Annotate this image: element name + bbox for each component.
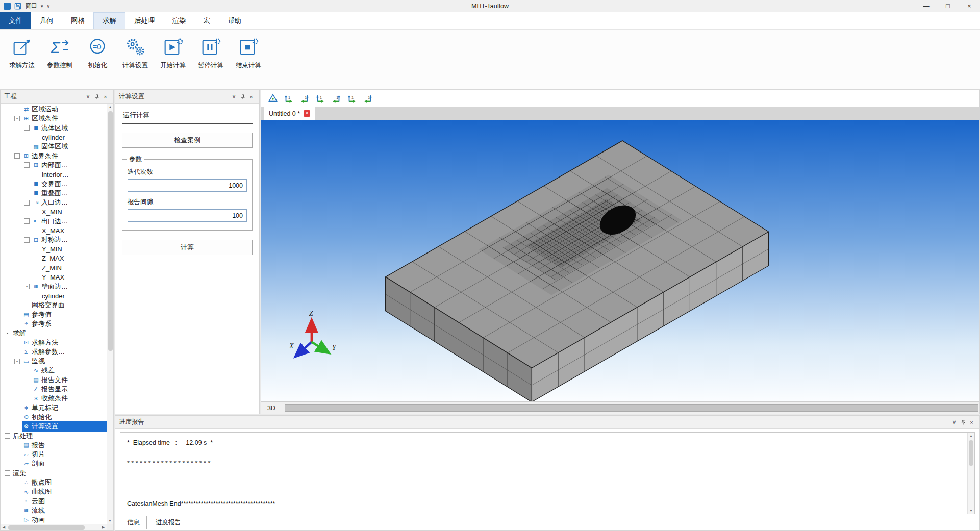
quick-access-customize-icon[interactable]: ∨ bbox=[47, 4, 51, 9]
tree-item-solid-region[interactable]: ▩固体区域 bbox=[1, 142, 107, 151]
collapse-icon[interactable]: - bbox=[24, 162, 30, 168]
progress-log[interactable]: * Elapsed time : 12.09 s * * * * * * * *… bbox=[120, 432, 975, 514]
tree-item-slice[interactable]: ▱切片 bbox=[1, 450, 107, 459]
tree-item-convergence[interactable]: ∗收敛条件 bbox=[1, 394, 107, 403]
pin-icon[interactable] bbox=[238, 94, 247, 99]
collapse-icon[interactable]: - bbox=[24, 284, 30, 289]
collapse-icon[interactable]: - bbox=[5, 331, 10, 336]
tree-item-inlet-boundary[interactable]: -⇥入口边… bbox=[1, 198, 107, 207]
tree-item-solve-method[interactable]: ⊡求解方法 bbox=[1, 338, 107, 347]
collapse-icon[interactable]: - bbox=[14, 116, 20, 121]
menu-render[interactable]: 渲染 bbox=[164, 12, 195, 29]
collapse-icon[interactable]: - bbox=[24, 200, 30, 206]
chevron-down-icon[interactable]: ∨ bbox=[84, 93, 92, 100]
tree-item-boundary-conditions[interactable]: -⊞边界条件 bbox=[1, 151, 107, 160]
fit-view-icon[interactable] bbox=[267, 93, 279, 104]
initialize-button[interactable]: =0 初始化 bbox=[81, 35, 114, 89]
view-y-plus-icon[interactable]: 1 bbox=[315, 93, 326, 104]
maximize-button[interactable]: □ bbox=[937, 0, 959, 12]
report-interval-input[interactable] bbox=[128, 209, 247, 222]
tree-item-interior[interactable]: interior… bbox=[1, 170, 107, 179]
scroll-up-icon[interactable]: ▲ bbox=[107, 104, 114, 110]
tree-item-fluid-region[interactable]: -≣流体区域 bbox=[1, 123, 107, 133]
menu-file[interactable]: 文件 bbox=[0, 12, 31, 29]
tree-item-contour-plot[interactable]: ≈云图 bbox=[1, 496, 107, 505]
tab-info[interactable]: 信息 bbox=[120, 516, 147, 529]
tree-item-interior-face[interactable]: -⊞内部面… bbox=[1, 161, 107, 170]
scrollbar-thumb[interactable] bbox=[8, 525, 85, 530]
tree-item-wall-boundary[interactable]: -≋壁面边… bbox=[1, 282, 107, 291]
tree-item-cell-mark[interactable]: ∗单元标记 bbox=[1, 403, 107, 413]
viewport-canvas[interactable]: Z X Y bbox=[261, 120, 979, 401]
tree-horizontal-scrollbar[interactable]: ◀ ▶ bbox=[1, 524, 107, 530]
tree-item-residual[interactable]: ∿残差 bbox=[1, 366, 107, 375]
tree-item-section[interactable]: ▱剖面 bbox=[1, 459, 107, 468]
viewport-tab[interactable]: Untitled 0 * × bbox=[264, 107, 315, 120]
scroll-down-icon[interactable]: ▼ bbox=[968, 507, 974, 514]
tree-item-initialize[interactable]: ⊖初始化 bbox=[1, 413, 107, 422]
scrollbar-thumb[interactable] bbox=[108, 111, 113, 351]
collapse-icon[interactable]: - bbox=[5, 470, 10, 476]
scrollbar-thumb[interactable] bbox=[969, 440, 973, 466]
param-control-button[interactable]: Σ 参数控制 bbox=[43, 35, 77, 89]
scroll-left-icon[interactable]: ◀ bbox=[1, 524, 7, 531]
view-z-minus-icon[interactable]: -1 bbox=[362, 93, 373, 104]
close-icon[interactable]: × bbox=[101, 94, 110, 100]
tree-item-curve-plot[interactable]: ∿曲线图 bbox=[1, 487, 107, 496]
close-button[interactable]: × bbox=[959, 0, 980, 12]
window-menu-label[interactable]: 窗口 bbox=[25, 2, 37, 10]
pin-icon[interactable] bbox=[959, 420, 967, 425]
collapse-icon[interactable]: - bbox=[14, 359, 20, 364]
scroll-down-icon[interactable]: ▼ bbox=[107, 517, 113, 524]
chevron-down-icon[interactable]: ∨ bbox=[950, 419, 959, 425]
collapse-icon[interactable]: - bbox=[24, 125, 30, 131]
view-x-plus-icon[interactable]: 1 bbox=[283, 93, 294, 104]
collapse-icon[interactable]: - bbox=[24, 218, 30, 224]
collapse-icon[interactable]: - bbox=[5, 433, 10, 439]
log-vertical-scrollbar[interactable]: ▲ ▼ bbox=[967, 433, 974, 514]
chevron-down-icon[interactable]: ∨ bbox=[230, 93, 238, 100]
pause-calc-button[interactable]: 暂停计算 bbox=[194, 35, 228, 89]
menu-postprocess[interactable]: 后处理 bbox=[125, 12, 164, 29]
menu-solve[interactable]: 求解 bbox=[93, 12, 125, 29]
view-y-minus-icon[interactable]: -1 bbox=[331, 93, 342, 104]
tree-vertical-scrollbar-down[interactable]: ▼ bbox=[107, 517, 113, 524]
tree-item-scatter-plot[interactable]: ∴散点图 bbox=[1, 478, 107, 487]
tree-item-reference-values[interactable]: ▤参考值 bbox=[1, 310, 107, 319]
minimize-button[interactable]: — bbox=[916, 0, 937, 12]
tree-item-monitor[interactable]: -▭监视 bbox=[1, 357, 107, 366]
tree-item-region-conditions[interactable]: -⊞区域条件 bbox=[1, 114, 107, 123]
menu-macro[interactable]: 宏 bbox=[195, 12, 219, 29]
start-calc-button[interactable]: 开始计算 bbox=[156, 35, 190, 89]
tree-item-animation[interactable]: ▷动画 bbox=[1, 515, 107, 524]
view-z-plus-icon[interactable]: 1 bbox=[346, 93, 358, 104]
tree-item-y-min[interactable]: Y_MIN bbox=[1, 244, 107, 254]
tree-item-fluid-cylinder[interactable]: cylinder bbox=[1, 133, 107, 142]
tree-item-overlap-face[interactable]: ≣重叠面… bbox=[1, 189, 107, 198]
tab-close-icon[interactable]: × bbox=[304, 110, 310, 117]
tree-item-calc-settings[interactable]: ⚙计算设置 bbox=[1, 422, 107, 431]
close-icon[interactable]: × bbox=[967, 419, 976, 425]
calc-settings-button[interactable]: 计算设置 bbox=[118, 35, 152, 89]
tree-item-outlet-boundary[interactable]: -⇤出口边… bbox=[1, 217, 107, 226]
tree-item-z-min[interactable]: Z_MIN bbox=[1, 263, 107, 272]
check-case-button[interactable]: 检查案例 bbox=[122, 133, 253, 148]
menu-help[interactable]: 帮助 bbox=[219, 12, 250, 29]
collapse-icon[interactable]: - bbox=[14, 153, 20, 159]
tree-item-report-file[interactable]: ▤报告文件 bbox=[1, 375, 107, 385]
tree-item-symmetry-boundary[interactable]: -⊡对称边… bbox=[1, 235, 107, 244]
tree-item-x-max[interactable]: X_MAX bbox=[1, 226, 107, 235]
save-icon[interactable] bbox=[14, 3, 21, 10]
tree-item-z-max[interactable]: Z_MAX bbox=[1, 254, 107, 263]
view-x-minus-icon[interactable]: -1 bbox=[299, 93, 310, 104]
scroll-right-icon[interactable]: ▶ bbox=[100, 524, 107, 531]
tree-item-report-display[interactable]: ∠报告显示 bbox=[1, 385, 107, 394]
compute-button[interactable]: 计算 bbox=[122, 240, 253, 255]
tree-item-render[interactable]: -渲染 bbox=[1, 469, 107, 478]
tree-item-region-motion[interactable]: ⇄区域运动 bbox=[1, 105, 107, 114]
end-calc-button[interactable]: 结束计算 bbox=[232, 35, 265, 89]
pin-icon[interactable] bbox=[92, 94, 101, 99]
tree-item-mesh-interface[interactable]: ≣网格交界面 bbox=[1, 300, 107, 310]
tree-item-solve[interactable]: -求解 bbox=[1, 328, 107, 338]
tree-item-reference-frame[interactable]: ⌖参考系 bbox=[1, 319, 107, 328]
